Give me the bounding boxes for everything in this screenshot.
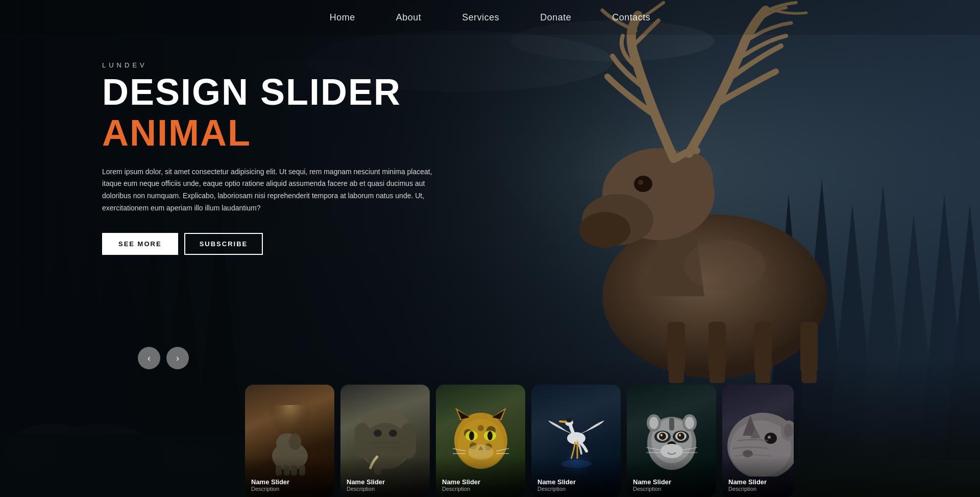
next-arrow[interactable]: › <box>166 347 189 369</box>
svg-point-88 <box>566 418 572 422</box>
svg-point-62 <box>374 430 382 437</box>
svg-point-63 <box>389 430 397 437</box>
svg-point-37 <box>579 212 630 248</box>
animal-card-3[interactable]: Name Slider Description <box>436 385 525 497</box>
hero-accent-title: ANIMAL <box>102 112 439 154</box>
svg-point-99 <box>679 434 681 436</box>
card-1-info: Name Slider Description <box>251 478 330 492</box>
moose-figure <box>470 0 929 383</box>
nav-about[interactable]: About <box>396 12 422 23</box>
card-2-name: Name Slider <box>347 478 426 486</box>
card-3-desc: Description <box>442 486 521 492</box>
card-4-name: Name Slider <box>537 478 617 486</box>
card-1-desc: Description <box>251 486 330 492</box>
svg-point-38 <box>634 176 652 192</box>
navigation: Home About Services Donate Contacts <box>0 0 980 35</box>
card-4-info: Name Slider Description <box>537 478 617 492</box>
card-6-desc: Description <box>728 486 790 492</box>
subscribe-button[interactable]: SUBSCRIBE <box>184 233 263 255</box>
svg-point-98 <box>660 434 663 436</box>
svg-point-96 <box>659 433 666 440</box>
svg-point-119 <box>784 424 793 437</box>
card-6-info: Name Slider Description <box>728 478 790 492</box>
svg-point-86 <box>567 432 585 444</box>
card-2-desc: Description <box>347 486 426 492</box>
hero-title: DESIGN SLIDER <box>102 73 439 112</box>
svg-rect-45 <box>668 322 685 373</box>
card-6-name: Name Slider <box>728 478 790 486</box>
card-1-name: Name Slider <box>251 478 330 486</box>
brand-label: LUNDEV <box>102 61 439 69</box>
see-more-button[interactable]: SEE MORE <box>102 233 178 255</box>
svg-point-49 <box>684 240 766 291</box>
animal-card-4[interactable]: Name Slider Description <box>531 385 621 497</box>
hero-content: LUNDEV DESIGN SLIDER ANIMAL Lorem ipsum … <box>102 61 439 255</box>
card-3-info: Name Slider Description <box>442 478 521 492</box>
animal-card-1[interactable]: Name Slider Description <box>245 385 334 497</box>
nav-donate[interactable]: Donate <box>540 12 571 23</box>
hero-buttons: SEE MORE SUBSCRIBE <box>102 233 439 255</box>
svg-point-53 <box>289 434 301 450</box>
nav-home[interactable]: Home <box>330 12 355 23</box>
nav-contacts[interactable]: Contacts <box>612 12 650 23</box>
svg-rect-46 <box>708 322 726 373</box>
svg-point-115 <box>765 433 777 444</box>
svg-rect-47 <box>754 322 772 373</box>
svg-point-70 <box>478 425 484 431</box>
svg-point-39 <box>638 180 643 185</box>
card-2-info: Name Slider Description <box>347 478 426 492</box>
svg-rect-106 <box>669 418 674 431</box>
animal-cards-row: Name Slider Description <box>245 374 980 497</box>
svg-point-116 <box>768 436 771 439</box>
animal-card-2[interactable]: Name Slider Description <box>340 385 430 497</box>
svg-point-105 <box>685 417 694 429</box>
hero-description: Lorem ipsum dolor, sit amet consectetur … <box>102 166 439 215</box>
card-3-name: Name Slider <box>442 478 521 486</box>
animal-card-6[interactable]: Name Slider Description <box>722 385 794 497</box>
animal-card-5[interactable]: Name Slider Description <box>627 385 716 497</box>
card-4-desc: Description <box>537 486 617 492</box>
card-5-info: Name Slider Description <box>633 478 712 492</box>
svg-point-78 <box>487 431 493 440</box>
slider-controls: ‹ › <box>138 347 189 369</box>
nav-services[interactable]: Services <box>462 12 499 23</box>
card-5-desc: Description <box>633 486 712 492</box>
svg-point-77 <box>469 431 474 440</box>
svg-point-104 <box>649 417 658 429</box>
svg-point-97 <box>677 433 684 440</box>
card-5-name: Name Slider <box>633 478 712 486</box>
svg-rect-48 <box>800 322 818 373</box>
prev-arrow[interactable]: ‹ <box>138 347 160 369</box>
